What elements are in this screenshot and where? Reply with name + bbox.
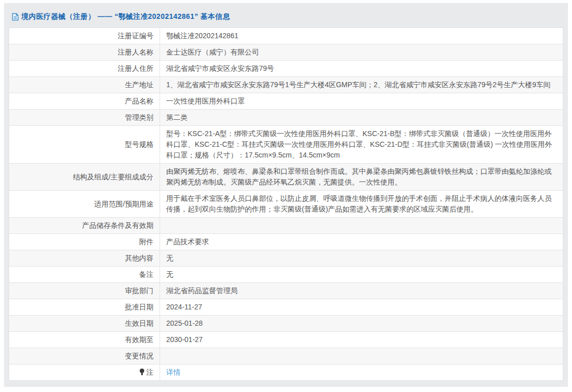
row-value: 鄂械注准20202142861 [160, 28, 563, 44]
row-value: 2030-01-27 [160, 332, 563, 348]
row-label: 管理类别 [9, 110, 160, 126]
row-label: 有效期至 [9, 332, 160, 348]
table-row: 批准日期2024-11-27 [9, 299, 563, 316]
row-value: 湖北省药品监督管理局 [160, 283, 563, 299]
row-value: 型号：KSC-21-A型：绑带式灭菌级一次性使用医用外科口罩、KSC-21-B型… [160, 126, 563, 164]
row-label: 注册人名称 [9, 44, 160, 61]
row-label-text: 型号规格 [125, 140, 153, 148]
row-value-text: 第二类 [166, 113, 188, 121]
row-label: 注 [9, 364, 160, 381]
row-value: 产品技术要求 [160, 234, 563, 250]
row-value-text: 1、湖北省咸宁市咸安区永安东路79号1号生产大楼4区GMP车间；2、湖北省咸宁市… [166, 81, 551, 89]
row-value: 2024-11-27 [160, 299, 563, 316]
detail-link[interactable]: 详情 [166, 368, 180, 376]
row-label: 结构及组成/主要组成成分 [9, 164, 160, 191]
row-label: 批准日期 [9, 299, 160, 316]
row-label-text: 备注 [139, 270, 153, 278]
table-row: 附件产品技术要求 [9, 234, 563, 250]
table-row: 型号规格型号：KSC-21-A型：绑带式灭菌级一次性使用医用外科口罩、KSC-2… [9, 126, 563, 164]
document-icon [12, 13, 19, 21]
row-value-text: 一次性使用医用外科口罩 [166, 97, 245, 105]
row-label-text: 产品名称 [125, 97, 153, 105]
row-label-text: 管理类别 [125, 113, 153, 121]
row-label-text: 审批部门 [125, 286, 153, 295]
row-label-text: 附件 [139, 238, 153, 246]
row-value: 用于戴在手术室医务人员口鼻部位，以防止皮屑、呼吸道微生物传播到开放的手术创面，并… [160, 191, 563, 218]
row-label: 型号规格 [9, 126, 160, 164]
row-label: 备注 [9, 267, 160, 283]
row-label-text: 批准日期 [125, 303, 153, 311]
row-value-text: 产品技术要求 [166, 238, 209, 246]
row-value-text: 用于戴在手术室医务人员口鼻部位，以防止皮屑、呼吸道微生物传播到开放的手术创面，并… [166, 194, 552, 213]
row-label-text: 注册人住所 [118, 64, 153, 72]
row-label-text: 其他内容 [125, 254, 153, 262]
table-row: 生产地址1、湖北省咸宁市咸安区永安东路79号1号生产大楼4区GMP车间；2、湖北… [9, 77, 563, 93]
row-value: 一次性使用医用外科口罩 [160, 93, 563, 110]
table-row: 其他内容无 [9, 250, 563, 267]
row-value-text: 型号：KSC-21-A型：绑带式灭菌级一次性使用医用外科口罩、KSC-21-B型… [166, 129, 552, 159]
row-value-text: 无 [166, 254, 173, 262]
row-value: 详情 [160, 364, 563, 381]
row-value: 1、湖北省咸宁市咸安区永安东路79号1号生产大楼4区GMP车间；2、湖北省咸宁市… [160, 77, 563, 93]
row-label: 生效日期 [9, 316, 160, 332]
table-row: 产品储存条件及有效期 [9, 218, 563, 234]
table-row: 注册人住所湖北省咸宁市咸安区永安东路79号 [9, 61, 563, 77]
row-value-text: 无 [166, 270, 173, 278]
row-value-text: 鄂械注准20202142861 [166, 32, 239, 40]
registration-info-table-body: 注册证编号鄂械注准20202142861注册人名称金士达医疗（咸宁）有限公司注册… [9, 28, 563, 381]
row-label-text: 有效期至 [125, 335, 153, 344]
row-label-text: 生效日期 [125, 319, 153, 327]
row-label-text: 注册人名称 [118, 48, 153, 56]
row-value-text: 2030-01-27 [166, 335, 203, 344]
row-label: 产品名称 [9, 93, 160, 110]
table-row: 注详情 [9, 364, 563, 381]
page-header: 境内医疗器械（注册） —— “鄂械注准20202142861” 基本信息 [9, 7, 563, 28]
table-row: 产品名称一次性使用医用外科口罩 [9, 93, 563, 110]
table-row: 管理类别第二类 [9, 110, 563, 126]
table-row: 注册证编号鄂械注准20202142861 [9, 28, 563, 44]
row-label: 附件 [9, 234, 160, 250]
row-label: 产品储存条件及有效期 [9, 218, 160, 234]
table-row: 结构及组成/主要组成成分由聚丙烯无纺布、熔喷布、鼻梁条和口罩带组合制作而成。其中… [9, 164, 563, 191]
row-value [160, 348, 563, 364]
row-label-text: 生产地址 [125, 81, 153, 89]
table-row: 变更情况 [9, 348, 563, 364]
row-label: 注册人住所 [9, 61, 160, 77]
row-value-text: 湖北省药品监督管理局 [166, 286, 238, 295]
registration-info-table: 注册证编号鄂械注准20202142861注册人名称金士达医疗（咸宁）有限公司注册… [9, 28, 563, 381]
row-label-text: 适用范围/预期用途 [94, 200, 153, 208]
content-panel: 境内医疗器械（注册） —— “鄂械注准20202142861” 基本信息 注册证… [4, 3, 568, 387]
row-label-text: 变更情况 [125, 352, 153, 360]
row-label-text: 产品储存条件及有效期 [82, 221, 153, 229]
table-row: 适用范围/预期用途用于戴在手术室医务人员口鼻部位，以防止皮屑、呼吸道微生物传播到… [9, 191, 563, 218]
row-value [160, 218, 563, 234]
row-value-text: 2025-01-28 [166, 319, 203, 327]
table-row: 生效日期2025-01-28 [9, 316, 563, 332]
page-title: 境内医疗器械（注册） —— “鄂械注准20202142861” 基本信息 [21, 12, 230, 21]
row-value: 无 [160, 267, 563, 283]
table-row: 注册人名称金士达医疗（咸宁）有限公司 [9, 44, 563, 61]
row-value: 2025-01-28 [160, 316, 563, 332]
row-value: 金士达医疗（咸宁）有限公司 [160, 44, 563, 61]
row-label: 适用范围/预期用途 [9, 191, 160, 218]
bulb-icon [140, 369, 145, 375]
row-label: 注册证编号 [9, 28, 160, 44]
row-value: 湖北省咸宁市咸安区永安东路79号 [160, 61, 563, 77]
table-row: 备注无 [9, 267, 563, 283]
row-value: 第二类 [160, 110, 563, 126]
row-value: 无 [160, 250, 563, 267]
row-value-text: 由聚丙烯无纺布、熔喷布、鼻梁条和口罩带组合制作而成。其中鼻梁条由聚丙烯包裹镀锌铁… [166, 167, 552, 186]
row-value-text: 金士达医疗（咸宁）有限公司 [166, 48, 259, 56]
row-label-text: 结构及组成/主要组成成分 [73, 173, 153, 181]
row-label-text: 注册证编号 [118, 32, 153, 40]
table-row: 有效期至2030-01-27 [9, 332, 563, 348]
row-value: 由聚丙烯无纺布、熔喷布、鼻梁条和口罩带组合制作而成。其中鼻梁条由聚丙烯包裹镀锌铁… [160, 164, 563, 191]
row-value-text: 2024-11-27 [166, 303, 202, 311]
row-label: 审批部门 [9, 283, 160, 299]
row-label: 其他内容 [9, 250, 160, 267]
row-label: 生产地址 [9, 77, 160, 93]
row-value-text: 湖北省咸宁市咸安区永安东路79号 [166, 64, 274, 72]
row-label: 变更情况 [9, 348, 160, 364]
table-row: 审批部门湖北省药品监督管理局 [9, 283, 563, 299]
row-label-text: 注 [146, 368, 153, 376]
